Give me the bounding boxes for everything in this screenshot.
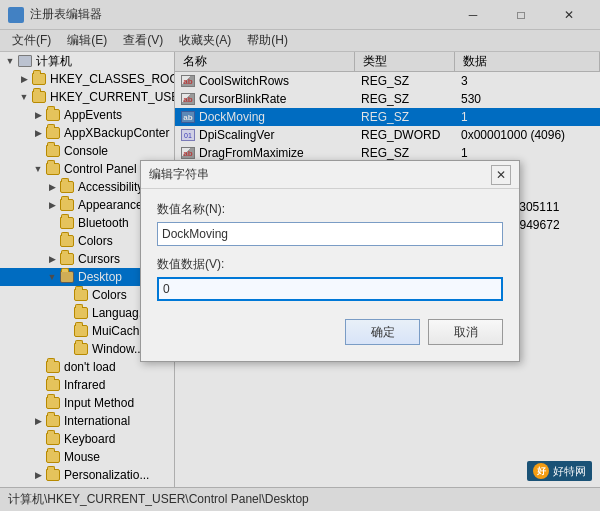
dialog-cancel-button[interactable]: 取消 bbox=[428, 319, 503, 345]
dialog-title-bar: 编辑字符串 ✕ bbox=[141, 161, 519, 189]
dialog-data-input[interactable] bbox=[157, 277, 503, 301]
watermark: 好 好特网 bbox=[527, 461, 592, 481]
watermark-icon: 好 bbox=[533, 463, 549, 479]
dialog-overlay: 编辑字符串 ✕ 数值名称(N): 数值数据(V): 确定 取消 bbox=[0, 0, 600, 511]
dialog-close-button[interactable]: ✕ bbox=[491, 165, 511, 185]
dialog-buttons: 确定 取消 bbox=[157, 319, 503, 349]
dialog-title: 编辑字符串 bbox=[149, 166, 491, 183]
dialog-data-label: 数值数据(V): bbox=[157, 256, 503, 273]
dialog-name-label: 数值名称(N): bbox=[157, 201, 503, 218]
dialog-body: 数值名称(N): 数值数据(V): 确定 取消 bbox=[141, 189, 519, 361]
dialog-ok-button[interactable]: 确定 bbox=[345, 319, 420, 345]
edit-string-dialog: 编辑字符串 ✕ 数值名称(N): 数值数据(V): 确定 取消 bbox=[140, 160, 520, 362]
watermark-text: 好特网 bbox=[553, 464, 586, 479]
dialog-name-input[interactable] bbox=[157, 222, 503, 246]
